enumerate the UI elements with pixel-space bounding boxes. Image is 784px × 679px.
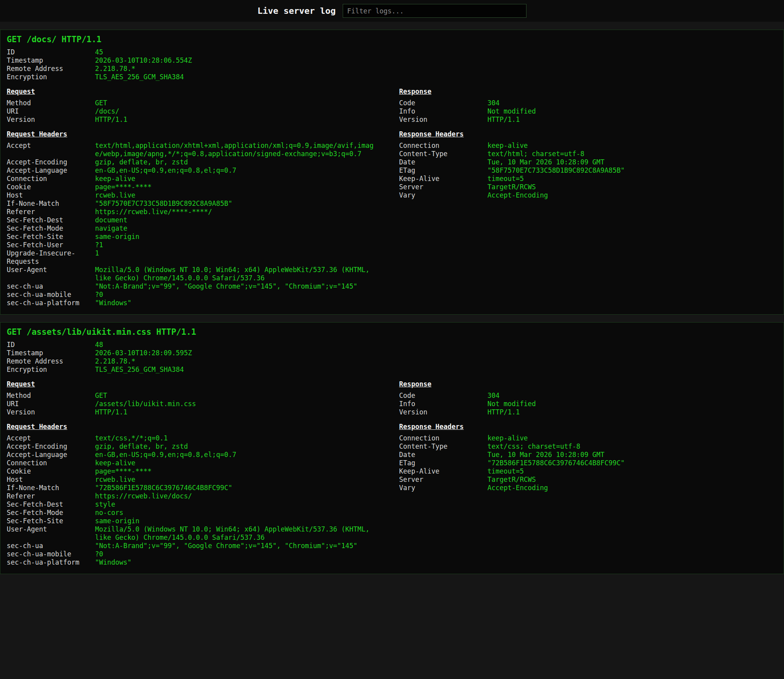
header-row: ID 45 — [7, 48, 777, 56]
header-row: Vary Accept-Encoding — [399, 484, 777, 492]
header-value: "58F7570E7C733C58D1B9C892C8A9A85B" — [95, 200, 374, 208]
header-value: TLS_AES_256_GCM_SHA384 — [95, 366, 777, 374]
header-row: Cookie page=****-**** — [7, 467, 374, 476]
header-name: Info — [399, 400, 487, 408]
header-row: Host rcweb.live — [7, 191, 374, 200]
header-value: keep-alive — [487, 434, 777, 442]
header-row: Vary Accept-Encoding — [399, 191, 777, 200]
header-name: Sec-Fetch-Site — [7, 233, 95, 241]
header-row: Cookie page=****-**** — [7, 183, 374, 191]
header-value: gzip, deflate, br, zstd — [95, 158, 374, 166]
header-value: HTTP/1.1 — [487, 116, 777, 124]
header-name: Sec-Fetch-Site — [7, 517, 95, 525]
header-name: Accept-Encoding — [7, 158, 95, 166]
response-rows: Code 304 Info Not modified Version HTTP/… — [399, 99, 777, 124]
header-name: Server — [399, 183, 487, 191]
header-row: Sec-Fetch-Site same-origin — [7, 517, 374, 525]
header-value: Mozilla/5.0 (Windows NT 10.0; Win64; x64… — [95, 525, 374, 542]
filter-logs-input[interactable] — [343, 4, 526, 18]
header-row: Timestamp 2026-03-10T10:28:06.554Z — [7, 56, 777, 65]
header-row: Referer https://rcweb.live/docs/ — [7, 492, 374, 500]
header-value: text/css; charset=utf-8 — [487, 442, 777, 451]
response-heading: Response — [399, 380, 777, 388]
header-value: 304 — [487, 392, 777, 400]
header-value: Not modified — [487, 400, 777, 408]
header-name: Vary — [399, 191, 487, 200]
header-value: 2.218.78.* — [95, 65, 777, 73]
header-row: Host rcweb.live — [7, 476, 374, 484]
header-name: sec-ch-ua — [7, 542, 95, 550]
header-value: style — [95, 500, 374, 509]
header-row: Accept-Encoding gzip, deflate, br, zstd — [7, 158, 374, 166]
log-entry: GET /assets/lib/uikit.min.css HTTP/1.1 I… — [0, 322, 784, 574]
header-value: navigate — [95, 224, 374, 233]
header-value: "58F7570E7C733C58D1B9C892C8A9A85B" — [487, 166, 777, 175]
header-value: TargetR/RCWS — [487, 183, 777, 191]
request-column: Request Method GET URI /docs/ Version HT… — [7, 81, 374, 307]
header-row: If-None-Match "72B586F1E5788C6C3976746C4… — [7, 484, 374, 492]
header-row: sec-ch-ua-platform "Windows" — [7, 299, 374, 307]
header-value: 2026-03-10T10:28:06.554Z — [95, 56, 777, 65]
header-value: timeout=5 — [487, 175, 777, 183]
header-value: gzip, deflate, br, zstd — [95, 442, 374, 451]
header-name: Version — [399, 116, 487, 124]
header-row: Accept text/html,application/xhtml+xml,a… — [7, 142, 374, 158]
header-name: Sec-Fetch-Mode — [7, 509, 95, 517]
header-value: Accept-Encoding — [487, 191, 777, 200]
header-name: ETag — [399, 166, 487, 175]
entry-title: GET /assets/lib/uikit.min.css HTTP/1.1 — [7, 327, 777, 337]
header-name: Date — [399, 451, 487, 459]
header-row: URI /docs/ — [7, 107, 374, 116]
header-value: page=****-**** — [95, 183, 374, 191]
header-value: ?1 — [95, 241, 374, 249]
header-row: Version HTTP/1.1 — [399, 116, 777, 124]
header-value: keep-alive — [487, 142, 777, 150]
header-row: Timestamp 2026-03-10T10:28:09.595Z — [7, 349, 777, 357]
header-row: ETag "58F7570E7C733C58D1B9C892C8A9A85B" — [399, 166, 777, 175]
header-row: Encryption TLS_AES_256_GCM_SHA384 — [7, 73, 777, 81]
header-name: Server — [399, 476, 487, 484]
header-name: Accept-Language — [7, 166, 95, 175]
header-value: /assets/lib/uikit.min.css — [95, 400, 374, 408]
header-row: Accept text/css,*/*;q=0.1 — [7, 434, 374, 442]
header-name: Sec-Fetch-User — [7, 241, 95, 249]
header-row: Server TargetR/RCWS — [399, 476, 777, 484]
header-value: "Not:A-Brand";v="99", "Google Chrome";v=… — [95, 542, 374, 550]
header-name: Vary — [399, 484, 487, 492]
header-row: Encryption TLS_AES_256_GCM_SHA384 — [7, 366, 777, 374]
header-name: Version — [7, 116, 95, 124]
header-row: Remote Address 2.218.78.* — [7, 65, 777, 73]
header-row: Sec-Fetch-Dest style — [7, 500, 374, 509]
header-row: Connection keep-alive — [399, 142, 777, 150]
header-name: Connection — [7, 459, 95, 467]
header-name: If-None-Match — [7, 484, 95, 492]
header-name: Content-Type — [399, 442, 487, 451]
header-name: Connection — [399, 434, 487, 442]
header-name: Version — [7, 408, 95, 416]
header-row: Remote Address 2.218.78.* — [7, 357, 777, 366]
request-header-rows: Accept text/html,application/xhtml+xml,a… — [7, 142, 374, 307]
header-value: "72B586F1E5788C6C3976746C4B8FC99C" — [487, 459, 777, 467]
entry-columns: Request Method GET URI /assets/lib/uikit… — [7, 374, 777, 567]
header-name: URI — [7, 400, 95, 408]
header-name: Connection — [7, 175, 95, 183]
header-name: Code — [399, 392, 487, 400]
header-name: sec-ch-ua-mobile — [7, 550, 95, 558]
header-row: Version HTTP/1.1 — [7, 408, 374, 416]
header-value: 2.218.78.* — [95, 357, 777, 366]
header-value: ?0 — [95, 550, 374, 558]
header-value: page=****-**** — [95, 467, 374, 476]
header-name: Cookie — [7, 467, 95, 476]
header-row: sec-ch-ua-platform "Windows" — [7, 558, 374, 567]
header-name: User-Agent — [7, 525, 95, 542]
header-value: en-GB,en-US;q=0.9,en;q=0.8,el;q=0.7 — [95, 451, 374, 459]
header-row: Sec-Fetch-Mode navigate — [7, 224, 374, 233]
request-rows: Method GET URI /assets/lib/uikit.min.css… — [7, 392, 374, 416]
header-name: Cookie — [7, 183, 95, 191]
header-name: Accept — [7, 142, 95, 158]
header-value: "Windows" — [95, 299, 374, 307]
header-row: Method GET — [7, 392, 374, 400]
header-name: Timestamp — [7, 349, 95, 357]
request-headers-heading: Request Headers — [7, 423, 374, 431]
header-value: HTTP/1.1 — [487, 408, 777, 416]
